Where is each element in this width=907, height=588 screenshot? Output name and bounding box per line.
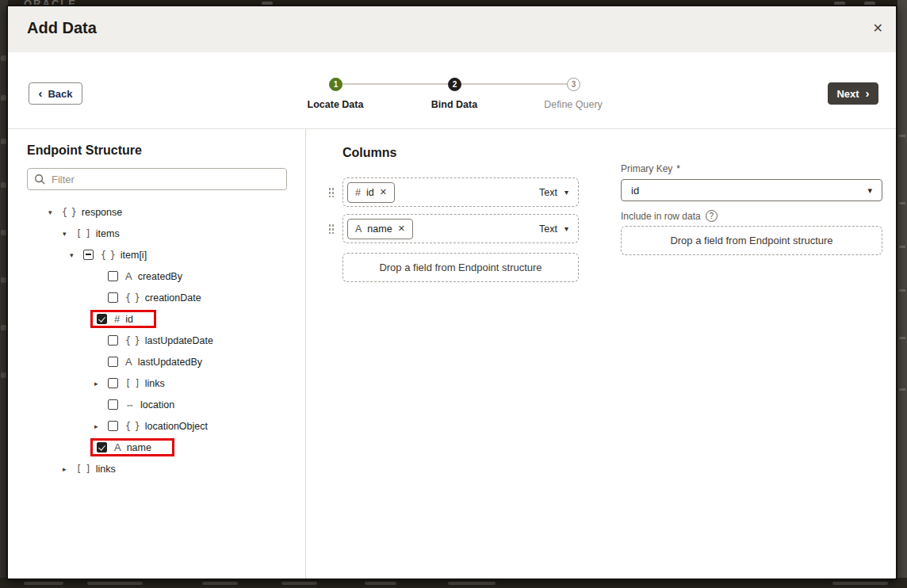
tree-label: creationDate (145, 292, 201, 304)
dialog-header: Add Data ✕ (8, 6, 896, 52)
number-icon: # (114, 313, 120, 325)
add-data-dialog: Add Data ✕ ‹ Back Next › 1 2 3 Locate Da… (6, 5, 897, 580)
checkbox-unchecked[interactable] (108, 378, 118, 388)
train-connector (461, 83, 567, 85)
next-button[interactable]: Next › (828, 82, 878, 105)
dialog-title: Add Data (27, 19, 97, 37)
primary-key-select[interactable]: id ▾ (621, 179, 882, 201)
caret-down-icon[interactable]: ▾ (70, 251, 83, 259)
tree-label: createdBy (138, 271, 182, 282)
drag-handle-icon[interactable] (328, 223, 335, 234)
caret-right-icon[interactable]: ▸ (94, 380, 108, 388)
checkbox-unchecked[interactable] (108, 292, 118, 303)
back-button-label: Back (48, 88, 72, 100)
tree-row-links-inner[interactable]: ▸ [ ] links (94, 372, 293, 394)
next-button-label: Next (836, 88, 859, 100)
checkbox-checked[interactable] (97, 314, 107, 324)
object-icon: { } (125, 421, 140, 432)
chevron-right-icon: › (866, 86, 870, 100)
primary-key-label-text: Primary Key (621, 163, 672, 174)
chevron-left-icon: ‹ (38, 86, 42, 100)
field-chip-id[interactable]: # id ✕ (347, 182, 395, 203)
tree-row-links-outer[interactable]: ▸ [ ] links (63, 458, 293, 479)
chevron-down-icon: ▾ (867, 185, 872, 196)
tree-row-id[interactable]: # id (90, 308, 293, 330)
checkbox-checked[interactable] (97, 442, 107, 452)
string-icon: A (125, 270, 132, 282)
object-icon: { } (125, 335, 140, 346)
caret-down-icon[interactable]: ▾ (63, 230, 76, 238)
step-2-circle[interactable]: 2 (448, 78, 461, 91)
tree-label: links (145, 378, 165, 389)
search-icon (34, 174, 46, 185)
string-icon: A (125, 356, 132, 368)
primary-key-label: Primary Key* (621, 163, 680, 174)
object-icon: { } (101, 250, 115, 261)
checkbox-indeterminate[interactable] (83, 250, 94, 260)
chip-label: id (366, 187, 374, 198)
column-type-dropdown[interactable]: Text ▾ (539, 187, 568, 198)
primary-key-value: id (631, 185, 639, 197)
back-button[interactable]: ‹ Back (29, 82, 82, 105)
object-icon: { } (62, 207, 76, 218)
app-right-edge (897, 0, 907, 588)
tree-label: id (125, 314, 133, 325)
tree-row-creationDate[interactable]: { } creationDate (108, 287, 293, 308)
remove-icon[interactable]: ✕ (380, 187, 387, 197)
checkbox-unchecked[interactable] (108, 399, 118, 410)
field-chip-name[interactable]: A name ✕ (347, 219, 413, 239)
caret-right-icon[interactable]: ▸ (63, 465, 76, 473)
array-icon: [ ] (76, 228, 90, 239)
filter-input[interactable] (52, 174, 280, 185)
checkbox-unchecked[interactable] (108, 421, 118, 431)
tree-row-response[interactable]: ▾ { } response (48, 201, 293, 223)
tree-row-lastUpdatedBy[interactable]: A lastUpdatedBy (108, 351, 293, 372)
columns-dropzone[interactable]: Drop a field from Endpoint structure (343, 253, 579, 282)
chevron-down-icon: ▾ (564, 224, 568, 233)
tree-row-createdBy[interactable]: A createdBy (108, 265, 293, 287)
tree-label: lastUpdatedBy (138, 357, 202, 368)
checkbox-unchecked[interactable] (108, 271, 118, 281)
include-row-data-label: Include in row data ? (621, 210, 718, 222)
step-1-circle[interactable]: 1 (329, 78, 343, 91)
tree-row-lastUpdateDate[interactable]: { } lastUpdateDate (108, 330, 293, 351)
tree-row-items[interactable]: ▾ [ ] items (63, 223, 293, 244)
columns-title: Columns (343, 146, 396, 160)
endpoint-structure-panel: Endpoint Structure ▾ { } response ▾ [ ] … (8, 129, 306, 578)
row-data-dropzone[interactable]: Drop a field from Endpoint structure (621, 226, 882, 255)
checkbox-unchecked[interactable] (108, 335, 118, 346)
tree-row-name[interactable]: A name (90, 437, 293, 458)
required-asterisk: * (676, 163, 680, 174)
object-icon: { } (125, 292, 140, 304)
tree-row-item-i[interactable]: ▾ { } item[i] (70, 244, 293, 265)
drag-handle-icon[interactable] (328, 187, 335, 197)
tree-row-location[interactable]: ⇔ location (108, 394, 293, 415)
column-type-value: Text (539, 223, 557, 235)
chevron-down-icon: ▾ (564, 188, 568, 197)
train-connector (343, 83, 448, 85)
tree-label: locationObject (145, 421, 208, 432)
step-3-circle[interactable]: 3 (567, 78, 580, 91)
help-icon[interactable]: ? (706, 210, 718, 222)
endpoint-structure-title: Endpoint Structure (27, 143, 293, 158)
step-3-number: 3 (572, 80, 576, 89)
number-icon: # (355, 187, 361, 198)
step-2-label: Bind Data (399, 99, 510, 110)
column-type-dropdown[interactable]: Text ▾ (539, 223, 568, 235)
string-icon: A (355, 223, 362, 235)
checkbox-unchecked[interactable] (108, 357, 118, 367)
caret-right-icon[interactable]: ▸ (94, 422, 108, 430)
step-1-number: 1 (334, 80, 339, 89)
array-icon: [ ] (125, 378, 140, 389)
step-2-number: 2 (453, 80, 457, 89)
filter-field[interactable] (27, 168, 287, 190)
string-icon: A (114, 441, 121, 453)
tree-label: items (96, 228, 120, 239)
tree-label: lastUpdateDate (145, 335, 213, 346)
column-type-value: Text (539, 187, 557, 198)
close-icon[interactable]: ✕ (873, 20, 883, 37)
caret-down-icon[interactable]: ▾ (48, 208, 62, 216)
endpoint-tree: ▾ { } response ▾ [ ] items ▾ { } item[i]… (27, 201, 293, 479)
tree-row-locationObject[interactable]: ▸ { } locationObject (94, 415, 293, 437)
remove-icon[interactable]: ✕ (398, 223, 405, 234)
